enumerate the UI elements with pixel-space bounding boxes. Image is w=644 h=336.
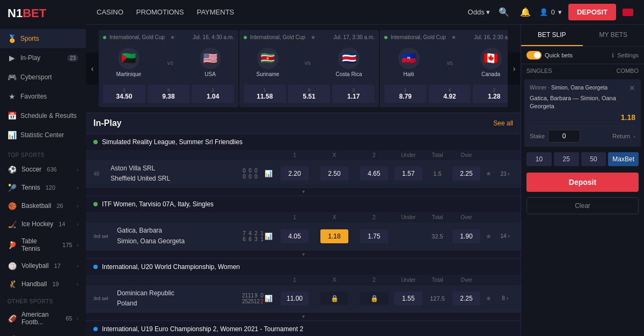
other-sports-list: 🏈 American Footb... 65 › 🏉 Aussie Rules … [0, 307, 86, 336]
sport-name: Volleyball [21, 262, 49, 270]
sport-item-aussierules[interactable]: 🏉 Aussie Rules 7 › [0, 330, 86, 336]
odd1-btn[interactable]: 4.05 [281, 229, 309, 243]
sidebar-item-favorites[interactable]: ★ Favorites [0, 87, 86, 106]
sport-item-tabletennis[interactable]: 🏓 Table Tennis 175 › [0, 233, 86, 257]
sport-item-soccer[interactable]: ⚽ Soccer 636 › [0, 160, 86, 178]
over-btn[interactable]: 2.25 [452, 292, 480, 305]
sidebar-item-inplay[interactable]: ▶ In-Play 23 [0, 48, 86, 68]
nav-casino[interactable]: CASINO [97, 6, 123, 18]
carousel-odd-btn[interactable]: 1 8.79 [384, 85, 427, 103]
quick-bets-toggle[interactable] [526, 51, 541, 59]
odd2-btn[interactable]: 1.75 [360, 229, 388, 243]
carousel-odd-btn[interactable]: X 4.92 [429, 85, 471, 103]
col-x: X [316, 214, 353, 220]
star-icon[interactable]: ★ [170, 34, 175, 40]
sport-item-americanfootball[interactable]: 🏈 American Footb... 65 › [0, 307, 86, 330]
odd1-btn[interactable]: 11.00 [281, 292, 309, 305]
amount-10[interactable]: 10 [526, 152, 552, 166]
country-flag[interactable] [623, 9, 633, 16]
topnav: CASINO PROMOTIONS PAYMENTS Odds ▾ 🔍 🔔 👤 … [86, 0, 644, 25]
bet-item-header: Winner · Simion, Oana Georgeta ✕ [530, 84, 635, 92]
see-all-link[interactable]: See all [493, 120, 513, 127]
search-button[interactable]: 🔍 [496, 5, 511, 19]
carousel-odd-btn[interactable]: 2 1.04 [192, 85, 234, 103]
match-card-header: International, Gold Cup ★ Jul. 16, 2:30 … [384, 34, 508, 40]
col-over: Over [453, 214, 480, 220]
carousel-odd-btn[interactable]: 2 1.28 [473, 85, 508, 103]
oddx-btn[interactable]: 2.50 [320, 167, 348, 181]
chart-icon[interactable]: 📊 [263, 170, 274, 177]
maxbet-button[interactable]: MaxBet [608, 152, 639, 166]
match-num: 48 [93, 171, 108, 177]
under-btn[interactable]: 1.57 [394, 167, 422, 181]
star-icon[interactable]: ★ [451, 34, 456, 40]
carousel-odd-btn[interactable]: 1 11.58 [244, 85, 286, 103]
carousel-prev[interactable]: ‹ [86, 53, 99, 85]
match-time: Jul. 16, 4:30 a.m. [193, 34, 234, 40]
sidebar-item-sports[interactable]: 🏅 Sports [0, 29, 86, 48]
star-icon[interactable]: ★ [311, 34, 316, 40]
settings-link[interactable]: Settings [617, 52, 639, 58]
sport-item-handball[interactable]: 🤾 Handball 19 › [0, 275, 86, 293]
tab-bet-slip[interactable]: BET SLIP [521, 25, 583, 46]
chart-icon[interactable]: 📊 [263, 295, 274, 302]
odd2-btn[interactable]: 4.65 [360, 167, 388, 181]
nav-payments[interactable]: PAYMENTS [197, 6, 235, 18]
sport-item-volleyball[interactable]: 🏐 Volleyball 17 › [0, 257, 86, 275]
score-group: 7 4 2 1 6 6 3 1 [242, 230, 261, 242]
notifications-button[interactable]: 🔔 [518, 5, 533, 19]
return-value: - [633, 133, 635, 139]
carousel-odd-btn[interactable]: 2 1.17 [332, 85, 375, 103]
singles-combo-row: SINGLES COMBO [521, 64, 644, 77]
odds-selector[interactable]: Odds ▾ [468, 8, 490, 16]
carousel-odd-btn[interactable]: 1 34.50 [103, 85, 145, 103]
odd-value: 9.38 [150, 93, 188, 100]
sidebar-item-statistic[interactable]: 📊 Statistic Center [0, 125, 86, 145]
stake-input[interactable] [548, 130, 580, 143]
score-group: 0 0 0 0 0 0 [242, 168, 261, 180]
deposit-button[interactable]: DEPOSIT [568, 4, 616, 20]
bet-close-button[interactable]: ✕ [629, 84, 635, 92]
sport-item-icehockey[interactable]: 🏒 Ice Hockey 14 › [0, 215, 86, 233]
amount-25[interactable]: 25 [554, 152, 579, 166]
over-btn[interactable]: 2.25 [452, 167, 480, 181]
carousel-odd-btn[interactable]: X 9.38 [148, 85, 190, 103]
odd1-btn[interactable]: 2.20 [281, 167, 309, 181]
bet-item: Winner · Simion, Oana Georgeta ✕ Gatica,… [524, 79, 641, 147]
odd-label: X [290, 87, 328, 93]
under-btn[interactable]: 1.55 [394, 292, 422, 305]
more-btn[interactable]: 23 › [497, 171, 513, 177]
match-card-teams: 🇸🇷 Suriname vs 🇨🇷 Costa Rica [244, 43, 375, 81]
nav-promotions[interactable]: PROMOTIONS [136, 6, 184, 18]
oddx-btn[interactable]: 1.18 [320, 229, 348, 243]
favorite-star[interactable]: ★ [482, 233, 495, 240]
combo-label[interactable]: COMBO [616, 68, 639, 74]
sport-item-basketball[interactable]: 🏀 Basketball 26 › [0, 197, 86, 215]
expand-row[interactable]: ▾ [86, 312, 521, 320]
over-btn[interactable]: 1.90 [452, 229, 480, 243]
carousel-odd-btn[interactable]: X 5.51 [288, 85, 331, 103]
expand-row[interactable]: ▾ [86, 250, 521, 258]
chart-icon[interactable]: 📊 [263, 233, 274, 240]
more-btn[interactable]: 8 › [497, 295, 513, 301]
more-btn[interactable]: 14 › [497, 233, 513, 239]
sport-item-tennis[interactable]: 🎾 Tennis 120 › [0, 178, 86, 197]
col-total: Total [424, 152, 451, 158]
expand-row[interactable]: ▾ [86, 188, 521, 196]
singles-label: SINGLES [526, 68, 612, 74]
sidebar-item-schedule[interactable]: 📅 Schedule & Results [0, 106, 86, 125]
user-area[interactable]: 👤 0 ▾ [539, 8, 562, 16]
clear-button[interactable]: Clear [526, 197, 639, 214]
odd-value: 11.58 [246, 93, 284, 100]
sidebar-item-label: Sports [20, 35, 39, 42]
favorite-star[interactable]: ★ [482, 295, 495, 302]
col-total: Total [424, 214, 451, 220]
slip-deposit-button[interactable]: Deposit [526, 173, 639, 192]
schedule-icon: 📅 [8, 111, 16, 120]
favorite-star[interactable]: ★ [482, 170, 495, 177]
tab-my-bets[interactable]: MY BETS [583, 25, 645, 46]
sidebar-item-label: Schedule & Results [20, 112, 77, 120]
amount-50[interactable]: 50 [581, 152, 606, 166]
sidebar-item-cybersport[interactable]: 🎮 Cybersport [0, 68, 86, 87]
carousel-next[interactable]: › [508, 53, 521, 85]
